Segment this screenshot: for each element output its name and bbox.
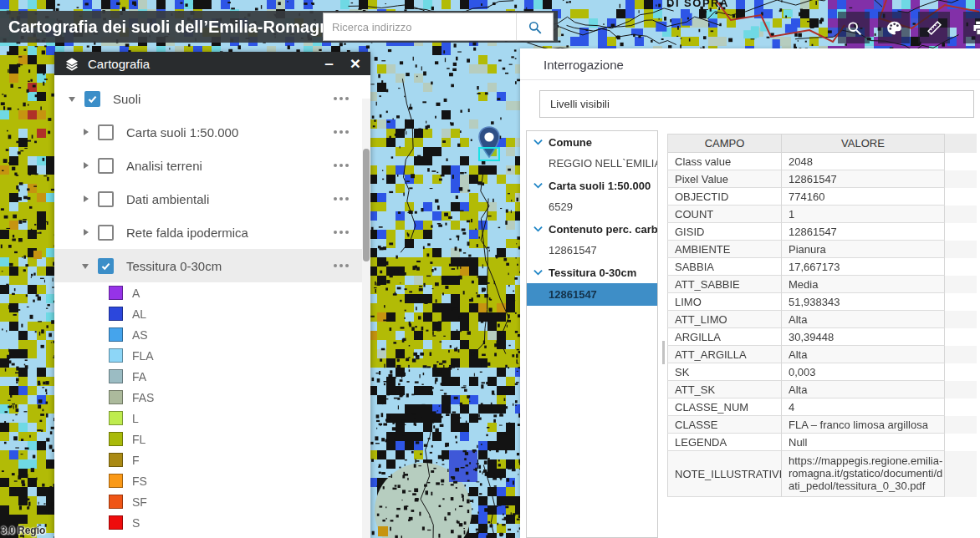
value-cell: 2048 <box>782 153 945 170</box>
tree-item-rete-falda[interactable]: Rete falda ipodermica <box>54 216 362 249</box>
scrollbar-thumb[interactable] <box>363 149 370 261</box>
checkbox-tessitura[interactable] <box>98 258 114 274</box>
result-value[interactable]: 12861547 <box>527 240 657 261</box>
result-value-selected[interactable]: 12861547 <box>527 283 657 306</box>
legend-label: F <box>132 454 140 467</box>
layer-options-button[interactable] <box>330 227 352 237</box>
toolbar-measure-button[interactable] <box>918 12 950 43</box>
search-submit-button[interactable] <box>516 13 553 40</box>
panel-scrollbar[interactable] <box>362 99 370 538</box>
expand-icon[interactable] <box>81 161 90 170</box>
table-row: AMBIENTE Pianura <box>667 241 977 258</box>
value-cell: 51,938343 <box>782 293 945 311</box>
value-cell: 17,667173 <box>782 258 945 276</box>
tree-item-analisi-terreni[interactable]: Analisi terreni <box>54 149 362 182</box>
legend-label: S <box>132 516 140 530</box>
value-cell: FLA – franco limosa argillosa <box>782 416 945 434</box>
value-cell: Alta <box>782 346 945 363</box>
tree-item-dati-ambientali[interactable]: Dati ambientali <box>54 182 362 216</box>
legend-item: FA <box>54 366 370 387</box>
result-value[interactable]: 6529 <box>527 196 657 218</box>
result-group-comune[interactable]: Comune <box>527 131 657 153</box>
value-cell: Media <box>782 276 945 293</box>
table-row: LEGENDA Null <box>667 434 977 451</box>
result-group-tessitura[interactable]: Tessitura 0-30cm <box>527 261 657 283</box>
expand-icon[interactable] <box>81 128 90 137</box>
toolbar-draw-button[interactable] <box>878 12 910 43</box>
legend-label: AL <box>132 307 146 321</box>
value-cell: Null <box>782 434 945 451</box>
result-label: Comune <box>549 136 592 149</box>
tree-item-carta-suoli[interactable]: Carta suoli 1:50.000 <box>54 115 362 149</box>
legend-swatch <box>109 432 123 446</box>
layer-options-button[interactable] <box>330 94 352 104</box>
tree-item-suoli[interactable]: Suoli <box>54 82 362 115</box>
layer-options-button[interactable] <box>330 261 352 271</box>
legend-item: F <box>54 449 370 470</box>
minimize-button[interactable]: – <box>324 52 334 75</box>
expand-icon[interactable] <box>81 228 90 237</box>
tree-item-tessitura[interactable]: Tessitura 0-30cm <box>54 249 362 282</box>
collapse-icon[interactable] <box>81 261 90 271</box>
field-cell: ATT_SABBIE <box>667 276 782 293</box>
toolbar-search-button[interactable] <box>838 12 870 43</box>
palette-icon <box>886 19 903 37</box>
search-icon <box>527 19 543 35</box>
layer-options-button[interactable] <box>330 160 352 170</box>
check-icon <box>100 261 111 272</box>
table-row: Class value 2048 <box>667 153 977 170</box>
table-header-valore: VALORE <box>782 134 945 153</box>
field-cell: ATT_SK <box>667 381 782 398</box>
table-row: ARGILLA 30,39448 <box>667 328 977 346</box>
legend-swatch <box>109 307 123 321</box>
app-title: Cartografia dei suoli dell’Emilia-Romagn… <box>0 18 339 37</box>
field-cell: COUNT <box>667 206 782 223</box>
legend-swatch <box>109 286 123 300</box>
table-row: NOTE_ILLUSTRATIVE https://mappegis.regio… <box>667 451 977 497</box>
close-button[interactable]: × <box>350 52 360 75</box>
table-row: GISID 12861547 <box>667 223 977 241</box>
layers-icon <box>64 57 79 71</box>
value-cell: 0,003 <box>782 363 945 381</box>
chevron-down-icon <box>533 182 543 189</box>
value-cell: 12861547 <box>782 223 945 241</box>
table-row: ATT_SABBIE Media <box>667 276 977 293</box>
checkbox-suoli[interactable] <box>84 91 100 107</box>
result-group-carta-suoli[interactable]: Carta suoli 1:50.000 <box>527 175 657 196</box>
field-cell: LEGENDA <box>667 434 782 451</box>
table-row: SK 0,003 <box>667 363 977 381</box>
result-group-contenuto[interactable]: Contenuto perc. carbo <box>527 218 657 240</box>
checkbox-rete-falda[interactable] <box>98 225 114 241</box>
result-value[interactable]: REGGIO NELL`EMILIA <box>527 153 657 175</box>
legend-item: S <box>54 512 370 533</box>
layer-options-button[interactable] <box>330 194 352 204</box>
layer-options-button[interactable] <box>330 127 352 137</box>
results-scrollbar-thumb[interactable] <box>662 341 665 364</box>
check-icon <box>87 94 98 104</box>
tree-item-label: Dati ambientali <box>126 192 209 206</box>
legend-item: FL <box>54 429 370 449</box>
field-cell: GISID <box>667 223 782 241</box>
table-row: CLASSE_NUM 4 <box>667 398 977 416</box>
legend-label: FLA <box>132 349 154 363</box>
checkbox-analisi-terreni[interactable] <box>98 158 114 174</box>
visible-layers-dropdown[interactable]: Livelli visibili <box>539 90 974 118</box>
attribute-table: CAMPO VALORE Class value 2048 Pixel Valu… <box>667 134 977 497</box>
legend-swatch <box>109 390 123 404</box>
legend-item: FAS <box>54 387 370 408</box>
checkbox-dati-ambientali[interactable] <box>98 191 114 207</box>
collapse-icon[interactable] <box>68 94 77 104</box>
layers-panel: Cartografia – × Suoli Carta suoli 1:50.0… <box>54 52 370 538</box>
toolbar-print-button[interactable] <box>963 12 980 43</box>
checkbox-carta-suoli[interactable] <box>98 124 114 140</box>
legend-item: SF <box>54 491 370 512</box>
table-row: OBJECTID 774160 <box>667 188 977 206</box>
expand-icon[interactable] <box>81 195 90 204</box>
legend-swatch <box>109 453 123 467</box>
legend-label: FA <box>132 370 146 383</box>
legend-swatch <box>109 495 123 509</box>
legend-item: FLA <box>54 345 370 366</box>
printer-icon <box>971 19 980 37</box>
query-panel-title: Interrogazione <box>544 58 624 72</box>
search-input[interactable] <box>324 13 516 40</box>
